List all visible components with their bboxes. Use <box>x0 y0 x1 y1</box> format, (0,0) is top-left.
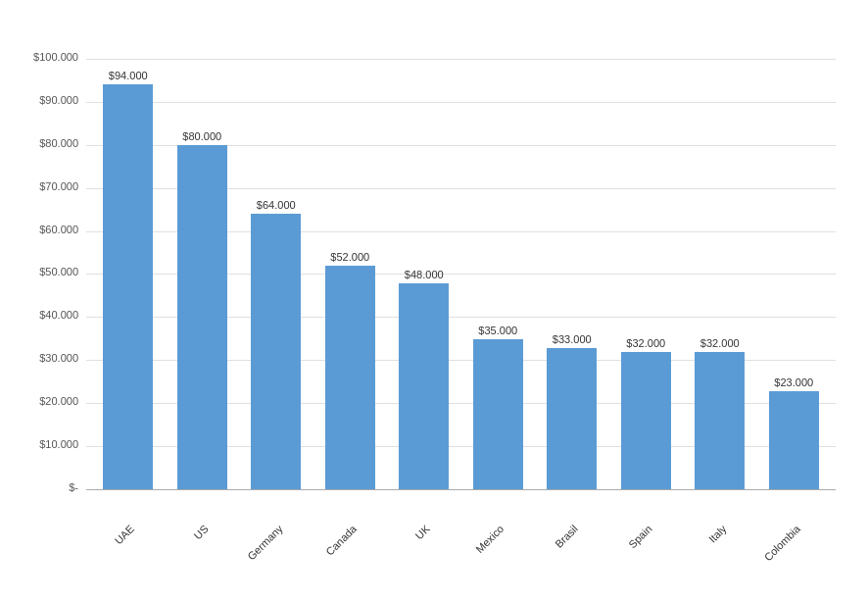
bar-group: $32.000Italy <box>683 59 757 490</box>
bar-value-label: $48.000 <box>405 269 444 280</box>
bar <box>547 348 597 490</box>
y-axis-label: $40.000 <box>15 309 78 321</box>
bar-group: $35.000Mexico <box>461 59 536 490</box>
y-axis-label: $50.000 <box>15 266 78 277</box>
bar-x-label: Mexico <box>474 523 506 555</box>
bar-x-label: UK <box>413 523 432 541</box>
bar-value-label: $35.000 <box>478 325 517 336</box>
bar-group: $94.000UAE <box>91 59 166 490</box>
bar <box>103 84 153 490</box>
bar-x-label: Brasil <box>553 523 580 550</box>
y-axis-label: $30.000 <box>15 352 78 364</box>
bar <box>695 352 745 490</box>
bar <box>251 214 301 490</box>
bar-value-label: $64.000 <box>257 199 296 211</box>
y-axis-label: $- <box>15 481 78 493</box>
bar-x-label: Italy <box>705 523 728 545</box>
bar-value-label: $80.000 <box>182 130 221 142</box>
bar-group: $32.000Spain <box>609 59 684 490</box>
bar-group: $80.000US <box>166 59 240 490</box>
y-axis-label: $20.000 <box>15 395 78 407</box>
bar-x-label: Colombia <box>761 523 801 563</box>
bar-x-label: US <box>191 523 210 541</box>
y-axis-label: $70.000 <box>15 180 78 192</box>
bar-value-label: $32.000 <box>626 337 665 349</box>
bar-group: $33.000Brasil <box>535 59 609 490</box>
bar <box>177 145 227 490</box>
chart-area: $100.000$90.000$80.000$70.000$60.000$50.… <box>86 59 836 490</box>
bar-x-label: Canada <box>323 523 359 558</box>
bar-value-label: $33.000 <box>553 333 592 345</box>
bar-group: $52.000Canada <box>313 59 388 490</box>
bar <box>769 391 819 490</box>
y-axis-label: $10.000 <box>15 438 78 450</box>
bar-group: $23.000Colombia <box>757 59 832 490</box>
bar-value-label: $23.000 <box>774 376 813 388</box>
bar-x-label: UAE <box>113 523 136 546</box>
bar <box>473 339 523 490</box>
bar-value-label: $32.000 <box>700 337 740 349</box>
bar-value-label: $94.000 <box>109 70 148 81</box>
bar-group: $48.000UK <box>387 59 461 490</box>
x-axis-line <box>86 489 836 490</box>
y-axis-label: $100.000 <box>15 51 78 63</box>
bar-x-label: Spain <box>626 523 653 550</box>
y-axis-label: $80.000 <box>15 137 78 149</box>
y-axis-label: $60.000 <box>15 224 78 235</box>
y-axis-label: $90.000 <box>15 94 78 106</box>
bar <box>325 266 375 490</box>
bar <box>399 283 449 490</box>
bar <box>621 352 671 490</box>
bar-value-label: $52.000 <box>330 251 369 263</box>
bars-container: $94.000UAE$80.000US$64.000Germany$52.000… <box>86 59 836 490</box>
chart-container: $100.000$90.000$80.000$70.000$60.000$50.… <box>13 12 855 590</box>
bar-x-label: Germany <box>245 523 284 562</box>
bar-group: $64.000Germany <box>239 59 313 490</box>
